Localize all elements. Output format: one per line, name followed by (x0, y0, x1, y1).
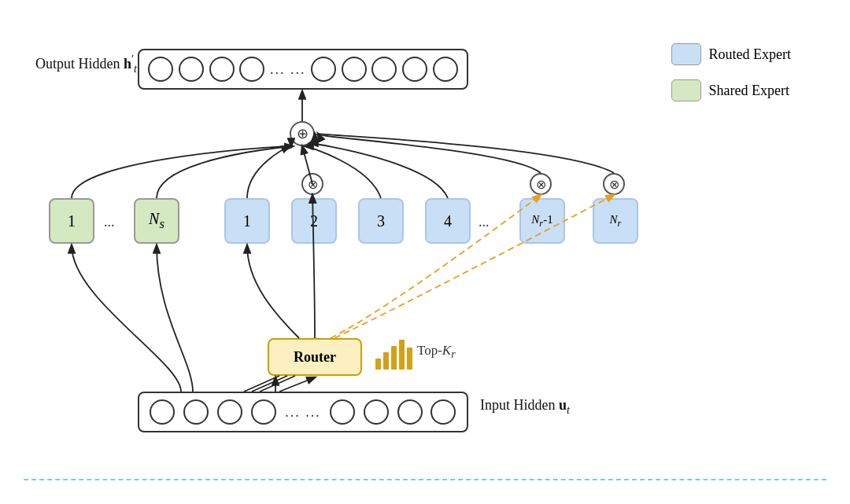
shared-expert-1-label: 1 (68, 212, 76, 230)
input-circle-5 (330, 399, 355, 425)
routed-dots: ... (479, 214, 490, 230)
otimes-expert-nr: ⊗ (603, 173, 625, 195)
bar-3 (391, 346, 397, 370)
output-circle-1 (148, 57, 173, 82)
shared-expert-ns: Ns (134, 198, 179, 244)
output-circle-4 (239, 57, 264, 82)
routed-expert-3: 3 (358, 198, 404, 244)
bar-chart-icon (375, 338, 412, 370)
input-circle-3 (217, 399, 242, 425)
routed-expert-1: 1 (224, 198, 270, 244)
output-circle-8 (402, 57, 427, 82)
legend: Routed Expert Shared Expert (671, 43, 791, 101)
bar-4 (399, 340, 405, 370)
dashed-bottom-line (24, 479, 826, 480)
output-circle-7 (371, 57, 397, 82)
output-circle-9 (433, 57, 458, 82)
diagram-container: Routed Expert Shared Expert ... ... Outp… (0, 0, 850, 504)
output-hidden-label: Output Hidden h′t (35, 53, 137, 75)
otimes-expert-nr-minus-1: ⊗ (530, 173, 552, 195)
input-circle-7 (397, 399, 423, 425)
input-hidden-label: Input Hidden ut (480, 397, 570, 417)
input-circle-8 (431, 399, 456, 425)
routed-expert-2: 2 (291, 198, 337, 244)
output-circle-2 (179, 57, 204, 82)
routed-expert-nr: Nr (593, 198, 638, 244)
input-circle-1 (150, 399, 175, 425)
input-dots: ... ... (285, 404, 321, 421)
bar-5 (407, 348, 412, 370)
router-box: Router (268, 338, 362, 376)
bar-1 (375, 359, 381, 370)
legend-shared-label: Shared Expert (709, 83, 789, 99)
input-circle-4 (251, 399, 276, 425)
legend-routed: Routed Expert (671, 43, 791, 65)
output-circle-6 (342, 57, 367, 82)
shared-dots: ... (104, 214, 115, 230)
legend-routed-label: Routed Expert (709, 46, 791, 63)
output-dots: ... ... (270, 61, 306, 78)
oplus-output: ⊕ (290, 121, 315, 146)
legend-shared: Shared Expert (671, 79, 791, 101)
input-circle-6 (364, 399, 389, 425)
topkr-label: Top-Kr (417, 343, 456, 361)
legend-shared-box (671, 79, 701, 101)
input-hidden-bar: ... ... (138, 392, 468, 432)
shared-expert-ns-label: Ns (149, 210, 164, 232)
router-label: Router (294, 349, 336, 366)
otimes-expert-2: ⊗ (301, 173, 323, 195)
output-hidden-bar: ... ... (138, 49, 468, 90)
output-circle-5 (311, 57, 336, 82)
legend-routed-box (671, 43, 701, 65)
routed-expert-nr-minus-1: Nr-1 (519, 198, 565, 244)
shared-expert-1: 1 (49, 198, 94, 244)
routed-expert-4: 4 (425, 198, 471, 244)
input-circle-2 (183, 399, 209, 425)
bar-2 (383, 352, 389, 370)
output-circle-3 (209, 57, 235, 82)
